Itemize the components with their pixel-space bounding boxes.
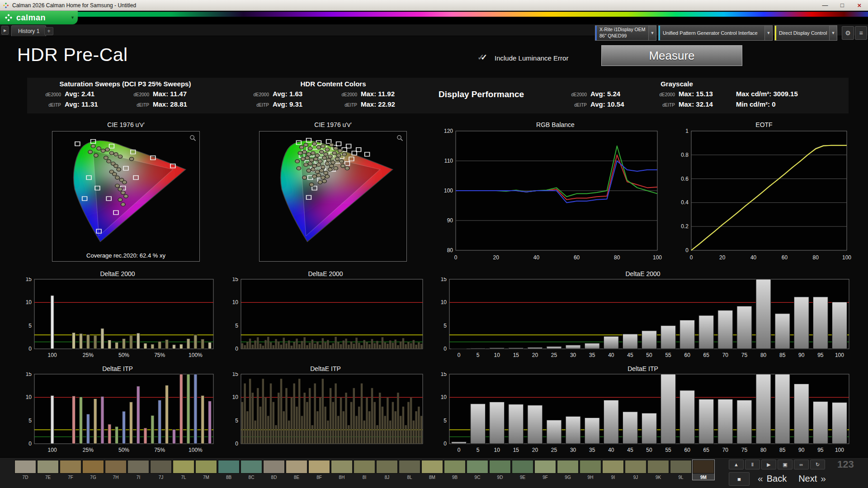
eject-button[interactable]: ▲	[729, 460, 744, 469]
deitp-sweeps-chart[interactable]: 05101510025%50%75%100%	[18, 372, 217, 455]
svg-text:5: 5	[28, 323, 32, 329]
patch-tile-9H[interactable]: 9H	[580, 460, 601, 480]
menu-icon[interactable]: ≡	[855, 26, 867, 40]
svg-text:85: 85	[779, 352, 786, 358]
pattern-generator-dropdown[interactable]: Unified Pattern Generator Control Interf…	[658, 25, 773, 41]
back-chevron-icon[interactable]: «	[754, 473, 767, 484]
display-dropdown-icon[interactable]: ▼	[829, 26, 837, 40]
patch-tile-7H[interactable]: 7H	[105, 460, 127, 480]
patch-tile-8B[interactable]: 8B	[218, 460, 240, 480]
calman-logo-icon	[5, 14, 13, 22]
patch-tile-9J[interactable]: 9J	[625, 460, 646, 480]
calman-logo-menu[interactable]: calman ▼	[0, 11, 78, 24]
patch-label: 8C	[241, 475, 262, 480]
patch-tile-9K[interactable]: 9K	[647, 460, 669, 480]
patch-swatch	[173, 460, 194, 474]
deitp-content-chart[interactable]: 051015	[225, 372, 426, 455]
cie-1976-content-chart[interactable]	[259, 131, 407, 262]
svg-text:0.4: 0.4	[681, 199, 689, 206]
patch-swatch	[557, 460, 579, 474]
deitp-grayscale-chart[interactable]: 0510150510152025303540455055606570758085…	[433, 372, 853, 455]
zoom-icon[interactable]	[189, 135, 196, 141]
next-button[interactable]: Next	[798, 474, 817, 484]
de2000-sweeps-chart-title: DeltaE 2000	[18, 270, 217, 278]
patch-label: 9H	[580, 475, 601, 480]
de2000-sweeps-chart[interactable]: 05101510025%50%75%100%	[18, 277, 217, 360]
de2000-content-chart[interactable]: 051015	[225, 277, 426, 360]
stat-value: Avg: 11.31	[65, 100, 98, 108]
svg-text:90: 90	[798, 352, 805, 358]
patch-tile-9E[interactable]: 9E	[512, 460, 533, 480]
patch-tile-7L[interactable]: 7L	[173, 460, 194, 480]
panel-expander-icon[interactable]: ▶	[1, 26, 9, 35]
svg-text:0: 0	[235, 441, 238, 447]
cie-1976-sweeps-chart[interactable]: Coverage rec.2020: 62.4 % xy	[52, 131, 200, 262]
next-chevron-icon[interactable]: »	[817, 473, 830, 484]
patch-tile-7M[interactable]: 7M	[195, 460, 217, 480]
patch-tile-9L[interactable]: 9L	[670, 460, 692, 480]
de2000-grayscale-chart[interactable]: 0510150510152025303540455055606570758085…	[433, 277, 853, 360]
patch-label: 9L	[670, 475, 692, 480]
patch-tile-9B[interactable]: 9B	[444, 460, 466, 480]
stat-label: dE2000	[565, 92, 587, 97]
patch-tile-8J[interactable]: 8J	[376, 460, 398, 480]
svg-text:70: 70	[722, 447, 729, 453]
measure-button[interactable]: Measure	[601, 45, 742, 66]
zoom-icon[interactable]	[396, 135, 403, 141]
svg-text:10: 10	[494, 447, 500, 453]
patch-tile-7G[interactable]: 7G	[82, 460, 104, 480]
logo-dropdown-icon[interactable]: ▼	[71, 15, 75, 20]
close-button[interactable]: ×	[851, 0, 868, 11]
patch-tile-7E[interactable]: 7E	[37, 460, 59, 480]
display-control-dropdown[interactable]: Direct Display Control ▼	[774, 25, 837, 41]
patch-tile-9G[interactable]: 9G	[557, 460, 579, 480]
patch-tile-8F[interactable]: 8F	[308, 460, 330, 480]
patch-tile-8M[interactable]: 8M	[421, 460, 443, 480]
stop-button[interactable]: ■	[729, 472, 750, 486]
patch-swatch	[489, 460, 511, 474]
pattern-dropdown-icon[interactable]: ▼	[764, 26, 772, 40]
svg-text:10: 10	[26, 299, 32, 305]
patch-label: 9C	[467, 475, 488, 480]
patch-tile-9C[interactable]: 9C	[467, 460, 488, 480]
patch-tile-8H[interactable]: 8H	[331, 460, 353, 480]
rgb-balance-chart[interactable]: 8090100110120020406080100	[439, 127, 662, 262]
patch-swatch	[331, 460, 353, 474]
tab-history-1[interactable]: History 1	[11, 25, 46, 36]
patch-tile-8I[interactable]: 8I	[354, 460, 375, 480]
patch-tile-8C[interactable]: 8C	[241, 460, 262, 480]
svg-text:100: 100	[842, 254, 851, 261]
patch-tile-9F[interactable]: 9F	[534, 460, 556, 480]
link-button[interactable]: ∞	[794, 460, 809, 469]
meter-dropdown-icon[interactable]: ▼	[648, 26, 656, 40]
patch-tile-8E[interactable]: 8E	[286, 460, 307, 480]
meter-device-dropdown[interactable]: X-Rite i1Display OEM 86" QNED99 ▼	[595, 25, 656, 41]
svg-text:5: 5	[476, 447, 480, 453]
maximize-button[interactable]: □	[834, 0, 851, 11]
pause-button[interactable]: Ⅱ	[745, 460, 760, 469]
include-luminance-checkbox[interactable]: ✓✓ Include Luminance Error	[477, 53, 568, 62]
add-tab-button[interactable]: +	[44, 27, 53, 35]
patch-tile-9D[interactable]: 9D	[489, 460, 511, 480]
patch-tile-7F[interactable]: 7F	[60, 460, 81, 480]
refresh-button[interactable]: ↻	[810, 460, 825, 469]
settings-gear-icon[interactable]: ⚙	[842, 26, 854, 40]
minimize-button[interactable]: —	[816, 0, 834, 11]
play-button[interactable]: ▶	[761, 460, 776, 469]
patch-tile-9M[interactable]: 9M	[693, 460, 714, 480]
svg-text:15: 15	[26, 277, 32, 282]
back-button[interactable]: Back	[767, 474, 787, 484]
patch-label: 9J	[625, 475, 646, 480]
patch-tile-7I[interactable]: 7I	[127, 460, 149, 480]
save-button[interactable]: ▣	[778, 460, 793, 469]
patch-tile-8D[interactable]: 8D	[263, 460, 285, 480]
svg-text:10: 10	[494, 352, 500, 358]
patch-count-label: 123	[837, 459, 854, 470]
patch-tile-8L[interactable]: 8L	[399, 460, 420, 480]
patch-tile-9I[interactable]: 9I	[602, 460, 624, 480]
svg-text:10: 10	[441, 394, 447, 400]
eotf-chart[interactable]: 00.20.40.60.81020406080100	[676, 127, 852, 262]
patch-tile-7J[interactable]: 7J	[150, 460, 172, 480]
patch-swatch	[241, 460, 262, 474]
patch-tile-7D[interactable]: 7D	[14, 460, 36, 480]
